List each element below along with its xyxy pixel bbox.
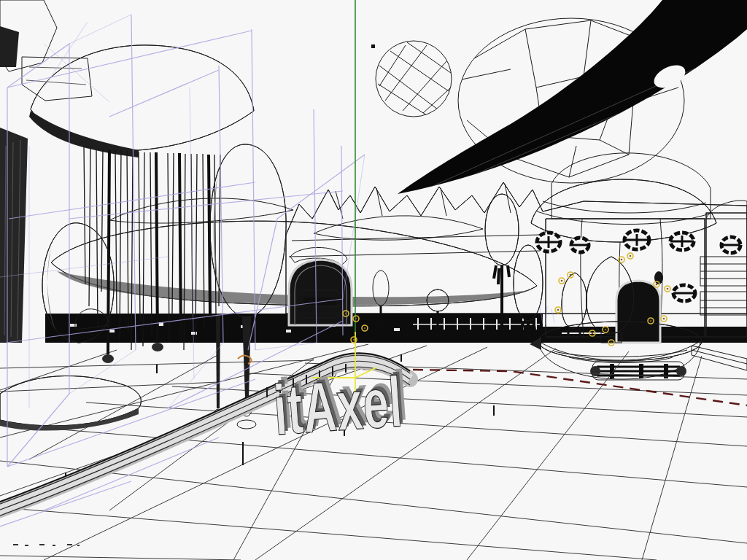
3d-viewport[interactable]: itAxel itAxel itAxel <box>0 0 747 560</box>
3d-text-face[interactable]: itAxel <box>271 362 405 450</box>
